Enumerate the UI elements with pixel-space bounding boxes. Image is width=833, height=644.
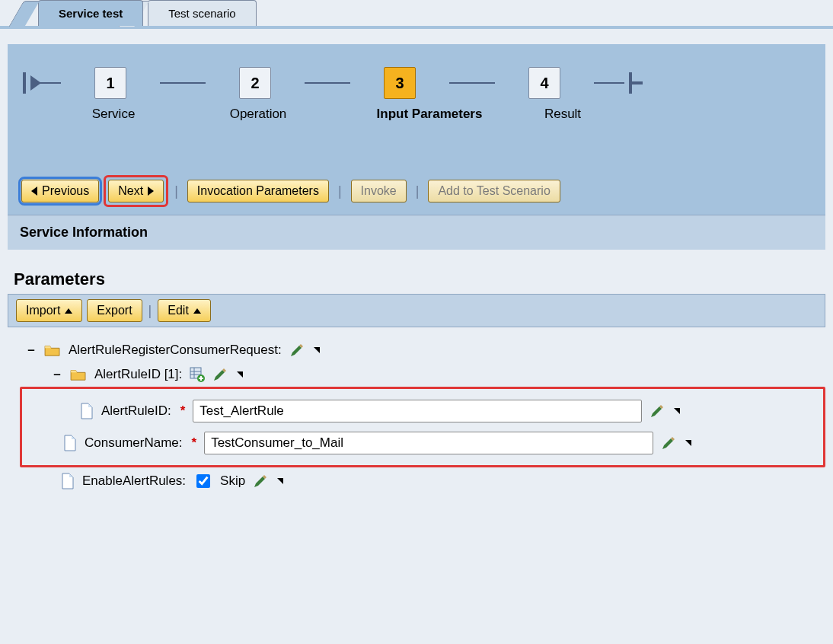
- tree-leaf-alertruleid: AlertRuleID:*: [77, 395, 815, 427]
- import-button[interactable]: Import: [16, 299, 82, 322]
- edit-button[interactable]: Edit: [158, 299, 211, 322]
- parameter-tree: – AlertRuleRegisterConsumerRequest: – Al…: [23, 338, 825, 495]
- field-label: ConsumerName:: [85, 435, 183, 451]
- previous-button[interactable]: Previous: [21, 180, 99, 202]
- collapse-toggle[interactable]: –: [52, 367, 62, 382]
- skip-checkbox[interactable]: [196, 474, 210, 488]
- pencil-icon[interactable]: [289, 343, 305, 358]
- skip-label: Skip: [220, 473, 245, 489]
- parameters-toolbar: Import Export | Edit: [8, 294, 825, 327]
- button-label: Invoke: [361, 184, 397, 198]
- roadmap-step-label: Service: [64, 107, 163, 122]
- dropdown-icon: [65, 308, 72, 314]
- consumername-input[interactable]: [204, 432, 653, 454]
- tab-strip: Service test Test scenario: [0, 0, 833, 29]
- arrow-right-icon: [148, 187, 154, 196]
- required-icon: *: [180, 403, 186, 419]
- add-to-test-scenario-button[interactable]: Add to Test Scenario: [428, 180, 560, 202]
- roadmap-step-label: Input Parameters: [353, 107, 506, 122]
- tree-leaf-consumername: ConsumerName:*: [60, 427, 815, 459]
- button-label: Export: [97, 304, 132, 317]
- page-icon: [80, 403, 94, 419]
- tab-label: Service test: [59, 7, 123, 20]
- roadmap-step-number: 4: [528, 67, 560, 99]
- section-title: Service Information: [20, 225, 148, 240]
- menu-corner-icon[interactable]: [237, 371, 243, 378]
- tab-label: Test scenario: [168, 7, 235, 20]
- tree-leaf-enablealertrules: EnableAlertRules: Skip: [58, 467, 825, 495]
- invoke-button[interactable]: Invoke: [351, 180, 407, 202]
- parameters-title: Parameters: [14, 269, 833, 289]
- folder-open-icon: [70, 368, 87, 381]
- separator: |: [147, 303, 154, 319]
- wizard-toolbar: Previous Next | Invocation Parameters | …: [8, 140, 825, 215]
- roadmap-step-number: 3: [384, 67, 416, 99]
- button-label: Edit: [168, 304, 189, 317]
- service-information-header[interactable]: Service Information: [8, 215, 825, 250]
- button-label: Add to Test Scenario: [438, 184, 550, 198]
- separator: |: [414, 183, 421, 199]
- arrow-left-icon: [31, 187, 37, 196]
- separator: |: [337, 183, 343, 199]
- collapse-toggle[interactable]: –: [26, 343, 37, 358]
- roadmap-step-4[interactable]: 4: [495, 67, 594, 99]
- menu-corner-icon[interactable]: [314, 347, 320, 353]
- roadmap-step-number: 1: [94, 67, 126, 99]
- field-label: AlertRuleID:: [101, 403, 171, 419]
- pencil-icon[interactable]: [212, 367, 228, 382]
- pencil-icon[interactable]: [661, 435, 676, 451]
- menu-corner-icon[interactable]: [674, 408, 680, 414]
- dropdown-icon: [193, 308, 201, 314]
- wizard-roadmap: 1 2 3 4 Service Operation Input Paramete…: [8, 44, 825, 140]
- invocation-parameters-button[interactable]: Invocation Parameters: [187, 180, 329, 202]
- tab-service-test[interactable]: Service test: [38, 0, 143, 26]
- tab-test-scenario[interactable]: Test scenario: [148, 0, 256, 26]
- tree-node-root: – AlertRuleRegisterConsumerRequest:: [23, 338, 825, 362]
- button-label: Next: [118, 184, 143, 198]
- next-button[interactable]: Next: [108, 180, 164, 202]
- folder-open-icon: [44, 343, 61, 357]
- menu-corner-icon[interactable]: [277, 478, 283, 484]
- tree-node-label: AlertRuleRegisterConsumerRequest:: [69, 343, 282, 358]
- field-label: EnableAlertRules:: [82, 473, 186, 489]
- page-icon: [61, 473, 75, 489]
- export-button[interactable]: Export: [87, 299, 142, 322]
- page-icon: [63, 435, 77, 451]
- roadmap-step-1[interactable]: 1: [61, 67, 160, 99]
- tree-node-label: AlertRuleID [1]:: [94, 367, 182, 382]
- roadmap-start-icon: [23, 72, 26, 94]
- alertruleid-input[interactable]: [193, 400, 642, 422]
- menu-corner-icon[interactable]: [685, 440, 691, 446]
- roadmap-step-number: 2: [239, 67, 271, 99]
- roadmap-step-label: Operation: [209, 107, 308, 122]
- button-label: Import: [26, 304, 60, 317]
- tree-node-alertruleid-group: – AlertRuleID [1]:: [49, 362, 825, 387]
- roadmap-step-label: Result: [513, 107, 612, 122]
- pencil-icon[interactable]: [253, 473, 268, 489]
- roadmap-end-cap-icon: [632, 81, 643, 84]
- roadmap-step-2[interactable]: 2: [206, 67, 305, 99]
- button-label: Invocation Parameters: [197, 184, 319, 198]
- pencil-icon[interactable]: [649, 403, 665, 419]
- button-label: Previous: [42, 184, 89, 198]
- highlighted-required-fields: AlertRuleID:* ConsumerName:*: [20, 387, 825, 467]
- separator: |: [173, 183, 180, 199]
- roadmap-step-3[interactable]: 3: [350, 67, 449, 99]
- required-icon: *: [192, 435, 197, 451]
- table-add-icon[interactable]: [190, 367, 205, 382]
